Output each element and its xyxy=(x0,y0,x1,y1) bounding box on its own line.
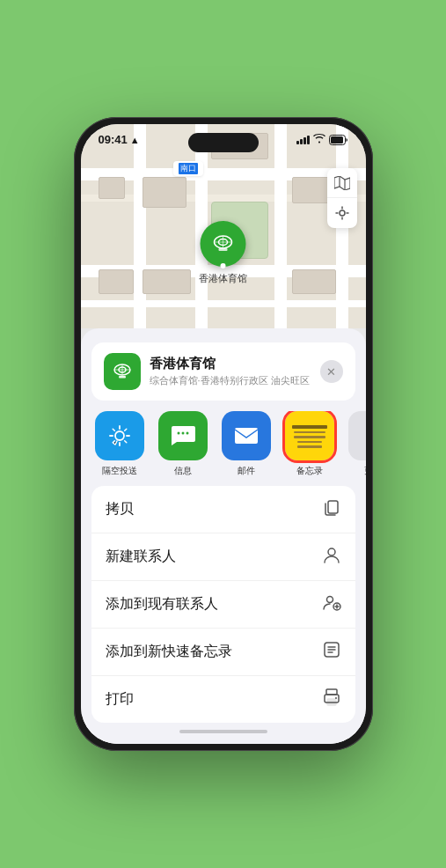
svg-rect-13 xyxy=(235,428,258,444)
app-mail[interactable]: 邮件 xyxy=(218,411,274,477)
messages-icon xyxy=(158,411,208,460)
action-add-contact[interactable]: 添加到现有联系人 xyxy=(91,581,355,629)
svg-rect-5 xyxy=(219,248,228,251)
place-header: 香港体育馆 综合体育馆·香港特别行政区 油尖旺区 ✕ xyxy=(91,342,355,401)
apps-row: 隔空投送 信息 xyxy=(81,411,366,477)
app-airdrop[interactable]: 隔空投送 xyxy=(91,411,148,477)
place-icon xyxy=(104,353,141,390)
more-icon xyxy=(348,411,366,460)
status-icons xyxy=(296,134,348,146)
notes-icon xyxy=(285,411,334,460)
svg-point-15 xyxy=(328,548,335,555)
notes-line-1 xyxy=(292,425,327,429)
quick-note-label: 添加到新快速备忘录 xyxy=(106,643,232,661)
map-label-prefix: 南口 xyxy=(179,163,198,174)
notes-line-4 xyxy=(297,441,322,444)
mail-icon xyxy=(222,411,271,460)
home-bar xyxy=(179,730,267,733)
action-new-contact[interactable]: 新建联系人 xyxy=(91,533,355,581)
mail-label: 邮件 xyxy=(238,465,255,477)
wifi-icon xyxy=(313,134,325,146)
notes-line-5 xyxy=(297,445,322,448)
dynamic-island xyxy=(188,133,259,152)
add-contact-icon xyxy=(322,592,341,616)
location-pin: 香港体育馆 xyxy=(199,221,247,285)
airdrop-icon xyxy=(95,411,144,460)
map-area: 南口 xyxy=(81,124,366,328)
svg-point-10 xyxy=(177,432,179,435)
svg-point-16 xyxy=(326,597,333,603)
svg-point-12 xyxy=(186,432,188,435)
status-time: 09:41 xyxy=(99,133,128,146)
svg-rect-19 xyxy=(326,689,337,695)
location-icon: ▲ xyxy=(130,135,140,145)
app-messages[interactable]: 信息 xyxy=(155,411,211,477)
close-button[interactable]: ✕ xyxy=(320,360,343,383)
pin-label: 香港体育馆 xyxy=(199,272,247,285)
home-indicator xyxy=(81,723,366,744)
messages-label: 信息 xyxy=(174,465,192,477)
location-button[interactable] xyxy=(327,198,357,228)
notes-line-2 xyxy=(294,431,325,434)
phone-frame: 09:41 ▲ xyxy=(74,117,373,751)
action-copy[interactable]: 拷贝 xyxy=(91,486,355,533)
app-more[interactable]: 更多 xyxy=(345,411,366,477)
place-info: 香港体育馆 综合体育馆·香港特别行政区 油尖旺区 xyxy=(150,356,311,387)
print-icon xyxy=(322,688,341,711)
print-label: 打印 xyxy=(106,690,134,709)
action-quick-note[interactable]: 添加到新快速备忘录 xyxy=(91,629,355,676)
svg-rect-21 xyxy=(327,699,336,705)
map-label: 南口 xyxy=(173,161,203,176)
svg-point-9 xyxy=(115,431,124,440)
action-print[interactable]: 打印 xyxy=(91,676,355,723)
copy-label: 拷贝 xyxy=(106,500,134,519)
notes-label: 备忘录 xyxy=(296,465,323,477)
copy-icon xyxy=(322,497,341,521)
signal-bars xyxy=(296,136,310,144)
pin-circle xyxy=(201,221,246,267)
notes-line-3 xyxy=(294,436,325,438)
airdrop-label: 隔空投送 xyxy=(102,465,137,477)
svg-rect-14 xyxy=(328,501,338,513)
battery-icon xyxy=(329,135,348,145)
svg-point-11 xyxy=(181,432,184,435)
action-list: 拷贝 新建联系人 xyxy=(91,486,355,723)
quick-note-icon xyxy=(322,640,341,664)
map-type-button[interactable] xyxy=(327,168,357,198)
add-contact-label: 添加到现有联系人 xyxy=(106,595,218,614)
share-sheet: 香港体育馆 综合体育馆·香港特别行政区 油尖旺区 ✕ xyxy=(81,328,366,744)
svg-rect-1 xyxy=(331,136,343,143)
pin-dot xyxy=(221,263,226,268)
svg-point-22 xyxy=(335,697,337,699)
place-name: 香港体育馆 xyxy=(150,356,311,372)
new-contact-label: 新建联系人 xyxy=(106,548,176,566)
svg-point-2 xyxy=(340,210,345,216)
app-notes[interactable]: 备忘录 xyxy=(281,411,338,477)
phone-screen: 09:41 ▲ xyxy=(81,124,366,744)
more-label: 更多 xyxy=(364,465,366,477)
svg-rect-8 xyxy=(119,376,126,379)
new-contact-icon xyxy=(322,545,341,569)
map-controls[interactable] xyxy=(327,168,357,228)
place-description: 综合体育馆·香港特别行政区 油尖旺区 xyxy=(150,374,311,387)
